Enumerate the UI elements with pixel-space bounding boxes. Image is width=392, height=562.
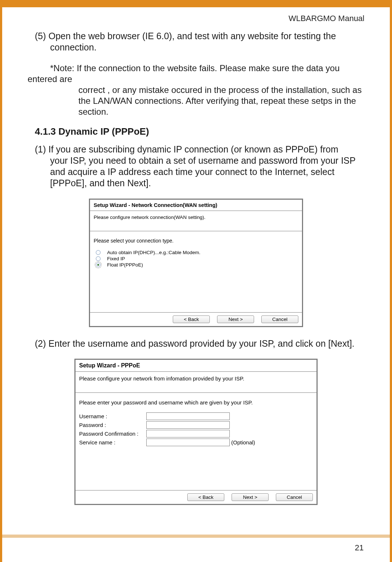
cancel-button[interactable]: Cancel — [276, 493, 313, 501]
option-dhcp[interactable]: Auto obtain IP(DHCP)...e.g.:Cable Modem. — [94, 249, 298, 256]
wizard2-title: Setup Wizard - PPPoE — [75, 360, 317, 372]
wizard1-footer: < Back Next > Cancel — [90, 313, 302, 326]
next-button[interactable]: Next > — [217, 315, 254, 323]
wizard1-subtitle: Please configure network connection(WAN … — [90, 211, 302, 231]
manual-page: WLBARGMO Manual (5) Open the web browser… — [0, 0, 392, 562]
step-2-number: (2) — [35, 338, 49, 349]
label-service-name: Service name : — [79, 439, 146, 445]
step-2-text: Enter the username and password provided… — [49, 338, 355, 349]
row-service-name: Service name : (Optional) — [79, 439, 313, 446]
radio-icon — [96, 256, 101, 261]
row-password: Password : — [79, 421, 313, 429]
radio-icon — [96, 250, 101, 255]
label-password: Password : — [79, 422, 146, 428]
step-2: (2) Enter the username and password prov… — [28, 338, 364, 349]
back-button[interactable]: < Back — [187, 493, 224, 501]
setup-wizard-pppoe: Setup Wizard - PPPoE Please configure yo… — [74, 359, 318, 505]
step-1-number: (1) — [35, 144, 49, 154]
wizard2-subtitle: Please configure your network from infom… — [75, 372, 317, 393]
step-1-rest: your ISP, you need to obtain a set of us… — [50, 155, 364, 189]
page-content: (5) Open the web browser (IE 6.0), and t… — [2, 27, 390, 535]
wizard1-title: Setup Wizard - Network Connection(WAN se… — [90, 200, 302, 211]
row-password-confirm: Password Confirmation : — [79, 430, 313, 437]
option-pppoe[interactable]: Float IP(PPPoE) — [94, 262, 298, 268]
wizard2-footer: < Back Next > Cancel — [75, 490, 317, 504]
page-number: 21 — [2, 537, 390, 562]
row-username: Username : — [79, 412, 313, 420]
label-username: Username : — [79, 413, 146, 419]
wizard1-prompt: Please select your connection type. — [94, 238, 298, 244]
option-pppoe-label: Float IP(PPPoE) — [107, 262, 143, 268]
wizard1-body: Please select your connection type. Auto… — [90, 231, 302, 313]
page-footer: 21 — [2, 535, 390, 562]
note-label: *Note: — [50, 63, 77, 73]
setup-wizard-wan: Setup Wizard - Network Connection(WAN se… — [89, 199, 303, 327]
step-5-rest: connection. — [50, 42, 364, 53]
step-5-line1: Open the web browser (IE 6.0), and test … — [49, 31, 336, 41]
label-password-confirm: Password Confirmation : — [79, 431, 146, 437]
step-5: (5) Open the web browser (IE 6.0), and t… — [28, 30, 364, 53]
input-password-confirm[interactable] — [146, 430, 230, 437]
optional-tag: (Optional) — [231, 439, 255, 445]
input-username[interactable] — [146, 412, 230, 420]
step-5-number: (5) — [35, 31, 49, 41]
input-service-name[interactable] — [146, 439, 230, 446]
section-heading: 4.1.3 Dynamic IP (PPPoE) — [35, 126, 364, 137]
wizard1-options: Auto obtain IP(DHCP)...e.g.:Cable Modem.… — [94, 249, 298, 268]
option-dhcp-label: Auto obtain IP(DHCP)...e.g.:Cable Modem. — [107, 250, 200, 255]
next-button[interactable]: Next > — [232, 493, 269, 501]
note-block: *Note: If the connection to the website … — [28, 63, 364, 117]
option-fixed-ip[interactable]: Fixed IP — [94, 256, 298, 262]
radio-icon-selected — [96, 262, 101, 267]
back-button[interactable]: < Back — [173, 315, 210, 323]
cancel-button[interactable]: Cancel — [261, 315, 298, 323]
top-orange-bar — [2, 0, 390, 7]
input-password[interactable] — [146, 421, 230, 429]
manual-title: WLBARGMO Manual — [2, 7, 390, 27]
note-rest: correct , or any mistake occured in the … — [78, 85, 364, 117]
step-1-line1: If you are subscribing dynamic IP connec… — [49, 144, 339, 154]
option-fixed-ip-label: Fixed IP — [107, 256, 125, 261]
wizard2-body: Please enter your password and username … — [75, 393, 317, 490]
wizard2-prompt: Please enter your password and username … — [79, 399, 313, 406]
step-1: (1) If you are subscribing dynamic IP co… — [28, 144, 364, 189]
